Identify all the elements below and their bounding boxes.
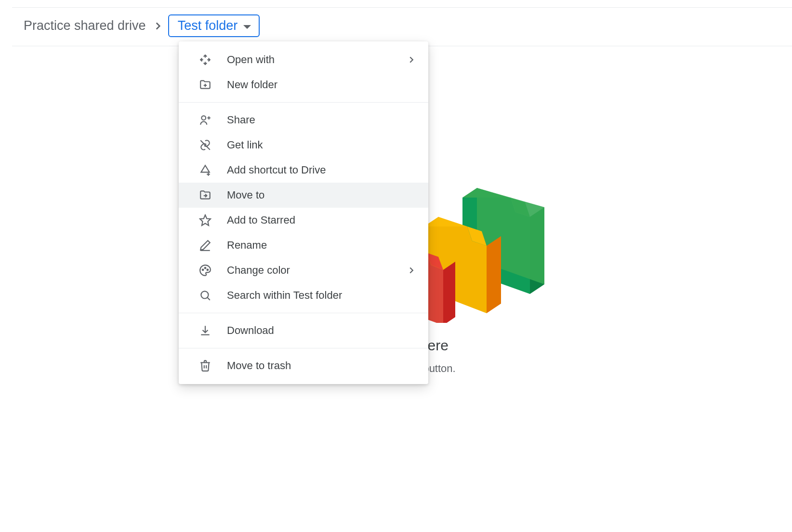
menu-new-folder[interactable]: New folder bbox=[179, 72, 428, 97]
chevron-right-icon bbox=[406, 54, 417, 65]
menu-search-within[interactable]: Search within Test folder bbox=[179, 283, 428, 308]
menu-change-color-label: Change color bbox=[227, 264, 406, 277]
menu-add-shortcut[interactable]: Add shortcut to Drive bbox=[179, 158, 428, 183]
menu-open-with-label: Open with bbox=[227, 53, 406, 66]
link-off-icon bbox=[198, 138, 212, 152]
top-divider bbox=[12, 7, 792, 8]
menu-add-shortcut-label: Add shortcut to Drive bbox=[227, 164, 417, 176]
svg-point-23 bbox=[202, 269, 204, 271]
menu-move-trash[interactable]: Move to trash bbox=[179, 353, 428, 378]
menu-download-label: Download bbox=[227, 324, 417, 337]
drive-shortcut-icon bbox=[198, 163, 212, 177]
menu-add-starred-label: Add to Starred bbox=[227, 214, 417, 226]
menu-rename-label: Rename bbox=[227, 239, 417, 252]
new-folder-icon bbox=[198, 78, 212, 92]
svg-point-26 bbox=[201, 291, 208, 298]
search-icon bbox=[198, 288, 212, 303]
svg-marker-21 bbox=[200, 215, 211, 226]
menu-open-with[interactable]: Open with bbox=[179, 47, 428, 72]
folder-context-menu: Open with New folder Share bbox=[179, 41, 428, 384]
menu-get-link[interactable]: Get link bbox=[179, 133, 428, 158]
menu-add-starred[interactable]: Add to Starred bbox=[179, 208, 428, 233]
move-to-icon bbox=[198, 188, 212, 202]
menu-move-to[interactable]: Move to bbox=[179, 183, 428, 208]
svg-marker-9 bbox=[443, 262, 455, 323]
svg-line-27 bbox=[207, 297, 210, 300]
menu-get-link-label: Get link bbox=[227, 139, 417, 151]
breadcrumb-current-folder[interactable]: Test folder bbox=[168, 14, 260, 37]
menu-separator bbox=[179, 313, 428, 313]
star-icon bbox=[198, 213, 212, 227]
svg-point-15 bbox=[201, 116, 206, 120]
rename-icon bbox=[198, 238, 212, 253]
svg-point-25 bbox=[207, 269, 209, 271]
menu-download[interactable]: Download bbox=[179, 318, 428, 343]
menu-rename[interactable]: Rename bbox=[179, 233, 428, 258]
menu-change-color[interactable]: Change color bbox=[179, 258, 428, 283]
menu-new-folder-label: New folder bbox=[227, 79, 417, 91]
share-icon bbox=[198, 113, 212, 127]
menu-separator bbox=[179, 102, 428, 103]
breadcrumb-root[interactable]: Practice shared drive bbox=[22, 15, 148, 36]
menu-share-label: Share bbox=[227, 114, 417, 126]
svg-point-24 bbox=[205, 267, 206, 269]
chevron-right-icon bbox=[152, 20, 164, 32]
menu-share[interactable]: Share bbox=[179, 107, 428, 133]
dropdown-triangle-icon bbox=[243, 25, 251, 29]
breadcrumb-current-label: Test folder bbox=[178, 18, 238, 33]
menu-search-within-label: Search within Test folder bbox=[227, 289, 417, 302]
trash-icon bbox=[198, 359, 212, 373]
chevron-right-icon bbox=[406, 265, 417, 276]
menu-move-to-label: Move to bbox=[227, 189, 417, 201]
menu-move-trash-label: Move to trash bbox=[227, 359, 417, 372]
palette-icon bbox=[198, 263, 212, 278]
open-with-icon bbox=[198, 53, 212, 67]
menu-separator bbox=[179, 348, 428, 348]
download-icon bbox=[198, 323, 212, 338]
svg-marker-6 bbox=[487, 236, 501, 313]
breadcrumb: Practice shared drive Test folder bbox=[22, 14, 260, 37]
